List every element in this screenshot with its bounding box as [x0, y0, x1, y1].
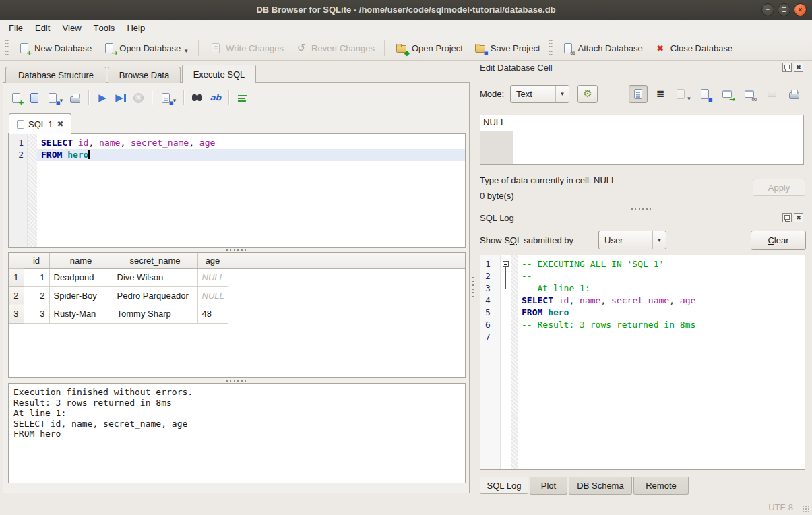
menu-help[interactable]: Help [121, 20, 151, 36]
menu-tools[interactable]: Tools [88, 20, 121, 36]
stop-execution-button[interactable] [132, 91, 146, 104]
chevron-down-icon: ▼ [555, 86, 569, 102]
copy-link-button[interactable]: ∞ [740, 85, 759, 103]
tab-browse-data[interactable]: Browse Data [108, 67, 181, 83]
print-cell-button[interactable] [784, 85, 803, 103]
cell-age[interactable]: NULL [197, 268, 228, 286]
apply-button[interactable]: Apply [753, 179, 805, 196]
save-results-button[interactable]: ▪▼ [159, 91, 177, 104]
menu-file[interactable]: File [3, 20, 29, 36]
set-as-null-icon [765, 88, 778, 101]
toolbar-separator [88, 90, 90, 105]
cell-secret_name[interactable]: Pedro Parqueador [113, 286, 197, 305]
clear-log-button[interactable]: Clear [751, 231, 806, 250]
write-changes-button[interactable]: Write Changes [204, 38, 288, 57]
row-header[interactable]: 3 [9, 305, 24, 323]
column-header-name[interactable]: name [49, 253, 113, 268]
import-data-button[interactable]: ▼ [673, 85, 692, 103]
close-panel-icon[interactable]: ✖ [794, 63, 803, 72]
dropdown-caret-icon[interactable]: ▼ [183, 48, 189, 55]
toolbar-handle[interactable] [549, 40, 553, 55]
print-sql-button[interactable] [69, 91, 82, 104]
row-header[interactable]: 2 [9, 286, 24, 305]
cell-id[interactable]: 3 [24, 305, 49, 323]
maximize-button[interactable] [778, 3, 790, 16]
toolbar-handle[interactable] [5, 40, 9, 55]
open-database-button[interactable]: →Open Database▼ [98, 38, 193, 57]
cell-id[interactable]: 2 [24, 286, 49, 305]
open-in-external-icon: → [720, 88, 734, 101]
attach-database-button[interactable]: ∞Attach Database [557, 38, 648, 57]
editor-results-splitter[interactable] [226, 249, 248, 251]
corner-header[interactable] [9, 253, 24, 268]
set-as-null-button[interactable] [762, 85, 781, 103]
fold-marker[interactable] [501, 282, 511, 295]
code-text [518, 331, 805, 343]
minimize-button[interactable]: − [761, 3, 774, 16]
close-database-button[interactable]: ✖Close Database [649, 38, 738, 57]
find-in-sql-button[interactable] [191, 91, 204, 104]
row-header[interactable]: 1 [9, 268, 24, 286]
close-panel-icon[interactable]: ✖ [794, 213, 803, 222]
line-number: 1 [480, 258, 501, 270]
cell-age[interactable]: 48 [197, 305, 228, 323]
results-message-splitter[interactable] [226, 380, 248, 382]
column-header-age[interactable]: age [197, 253, 228, 268]
sql-tab[interactable]: SQL 1 ✖ [9, 113, 71, 134]
mode-combobox[interactable]: Text ▼ [510, 85, 569, 103]
save-project-button[interactable]: ▪Save Project [469, 38, 545, 57]
cell-age[interactable]: NULL [197, 286, 228, 305]
new-sql-tab-button[interactable]: + [9, 91, 23, 104]
line-number: 3 [480, 282, 501, 295]
new-database-button[interactable]: +New Database [13, 38, 96, 57]
fold-marker[interactable] [501, 258, 511, 270]
word-wrap-button[interactable]: ≣ [651, 85, 670, 103]
tab-database-structure[interactable]: Database Structure [5, 67, 106, 83]
format-sql-button[interactable]: ab [209, 91, 222, 104]
bottom-tab-remote[interactable]: Remote [633, 477, 689, 495]
copy-link-icon: ∞ [743, 88, 756, 101]
line-number: 2 [9, 149, 24, 161]
submitted-by-combobox[interactable]: User ▼ [598, 231, 666, 249]
open-project-button[interactable]: ◆Open Project [390, 38, 468, 57]
menu-edit[interactable]: Edit [29, 20, 56, 36]
cell-name[interactable]: Rusty-Man [49, 305, 113, 323]
cell-secret_name[interactable]: Tommy Sharp [113, 305, 197, 323]
close-button[interactable]: × [794, 3, 807, 16]
fold-marker[interactable] [501, 270, 511, 282]
resize-grip[interactable] [802, 505, 810, 513]
toggle-comment-button[interactable] [236, 91, 249, 104]
tab-execute-sql[interactable]: Execute SQL [182, 65, 256, 83]
bottom-tab-db-schema[interactable]: DB Schema [569, 477, 632, 495]
float-panel-icon[interactable] [782, 213, 792, 222]
cell-name[interactable]: Spider-Boy [49, 286, 113, 305]
cell-id[interactable]: 1 [24, 268, 49, 286]
close-tab-icon[interactable]: ✖ [57, 120, 63, 128]
bottom-tab-plot[interactable]: Plot [530, 477, 567, 495]
open-in-external-button[interactable]: → [718, 85, 737, 103]
text-mode-button[interactable] [629, 85, 648, 103]
cell-name[interactable]: Deadpond [49, 268, 113, 286]
dropdown-caret-icon: ▼ [687, 96, 692, 102]
cell-editor[interactable]: NULL [480, 115, 804, 165]
sql-editor[interactable]: 1SELECT id, name, secret_name, age2FROM … [8, 133, 466, 248]
save-sql-file-button[interactable]: ▪▼ [46, 91, 64, 104]
export-data-button[interactable]: ▪ [695, 85, 714, 103]
panel-splitter[interactable] [470, 82, 476, 493]
tab-label: Remote [646, 481, 677, 491]
column-header-secret_name[interactable]: secret_name [113, 253, 197, 268]
float-panel-icon[interactable] [782, 63, 792, 72]
stop-execution-icon [132, 91, 146, 104]
execute-all-button[interactable]: ▶ [96, 91, 109, 104]
cell-log-splitter[interactable] [631, 208, 653, 210]
sql-toolbar: +▪▼▶▶▪▼ab [9, 88, 249, 108]
column-header-id[interactable]: id [24, 253, 49, 268]
auto-apply-button[interactable]: ⚙ [577, 85, 598, 103]
revert-changes-button[interactable]: ↺Revert Changes [290, 38, 379, 57]
menu-view[interactable]: View [56, 20, 87, 36]
bottom-tab-sql-log[interactable]: SQL Log [480, 477, 528, 494]
sql-log-view[interactable]: 1-- EXECUTING ALL IN 'SQL 1'2--3-- At li… [480, 255, 805, 470]
cell-secret_name[interactable]: Dive Wilson [113, 268, 197, 286]
open-sql-file-button[interactable] [28, 91, 41, 104]
execute-current-line-button[interactable]: ▶ [114, 91, 127, 104]
